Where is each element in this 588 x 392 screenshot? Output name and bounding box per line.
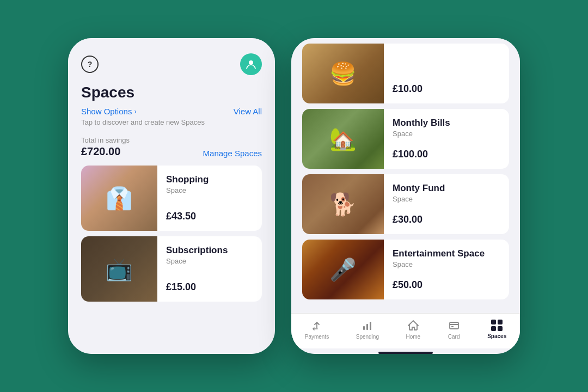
monty-fund-name: Monty Fund: [393, 183, 445, 194]
show-options-button[interactable]: Show Options ›: [81, 107, 137, 116]
nav-card-label: Card: [448, 334, 460, 340]
space-card-entertainment[interactable]: Entertainment Space Space £50.00: [302, 240, 509, 299]
subtitle-text: Tap to discover and create new Spaces: [81, 118, 262, 126]
entertainment-info: Entertainment Space Space £50.00: [384, 240, 493, 299]
concert-image: [302, 240, 384, 299]
subscriptions-type: Space: [166, 257, 228, 265]
shopping-name: Shopping: [166, 174, 209, 185]
nav-spaces-label: Spaces: [487, 333, 506, 339]
bottom-nav: Payments Spending Home: [291, 313, 520, 348]
dog-image: [302, 174, 384, 234]
header-icons: ?: [81, 53, 262, 75]
shopping-image: [81, 166, 157, 231]
space-card-monthly-bills[interactable]: Monthly Bills Space £100.00: [302, 109, 509, 169]
monty-fund-type: Space: [393, 195, 445, 203]
monty-fund-info: Monty Fund Space £30.00: [384, 174, 454, 234]
food-info: £10.00: [384, 44, 431, 103]
phones-container: ? Spaces Show Options › View All Tap to …: [68, 38, 520, 354]
nav-spending[interactable]: Spending: [356, 319, 379, 340]
space-card-food[interactable]: £10.00: [302, 44, 509, 103]
show-options-row: Show Options › View All: [81, 107, 262, 116]
shopping-type: Space: [166, 186, 209, 194]
subscriptions-amount: £15.00: [166, 281, 228, 293]
nav-payments-label: Payments: [305, 334, 329, 340]
page-title: Spaces: [81, 84, 262, 101]
space-card-monty-fund[interactable]: Monty Fund Space £30.00: [302, 174, 509, 234]
house-image: [302, 109, 384, 169]
nav-spending-label: Spending: [356, 334, 379, 340]
monthly-bills-amount: £100.00: [393, 149, 450, 160]
right-scroll-area: £10.00 Monthly Bills Space £100.00: [291, 38, 520, 313]
person-icon: [245, 58, 257, 70]
spending-icon: [361, 319, 374, 332]
manage-spaces-button[interactable]: Manage Spaces: [203, 149, 262, 158]
svg-rect-6: [451, 326, 454, 327]
nav-card[interactable]: Card: [448, 319, 461, 340]
scroll-indicator: [378, 352, 433, 354]
svg-rect-2: [366, 324, 368, 330]
help-icon[interactable]: ?: [81, 56, 99, 73]
entertainment-type: Space: [393, 260, 485, 268]
shopping-info: Shopping Space £43.50: [157, 166, 217, 231]
svg-rect-4: [450, 322, 458, 329]
card-icon: [448, 319, 461, 332]
nav-home-label: Home: [406, 334, 420, 340]
nav-home[interactable]: Home: [406, 319, 420, 340]
savings-row: Total in savings £720.00 Manage Spaces: [81, 136, 262, 158]
svg-rect-1: [363, 326, 365, 330]
monthly-bills-info: Monthly Bills Space £100.00: [384, 109, 459, 169]
entertainment-amount: £50.00: [393, 279, 485, 291]
food-image: [302, 44, 384, 103]
monthly-bills-name: Monthly Bills: [393, 118, 450, 128]
savings-label: Total in savings: [81, 136, 130, 144]
svg-point-0: [249, 60, 253, 65]
shopping-amount: £43.50: [166, 211, 209, 222]
space-card-shopping[interactable]: Shopping Space £43.50: [81, 166, 262, 231]
avatar-icon[interactable]: [240, 53, 262, 75]
savings-amount: £720.00: [81, 145, 130, 158]
right-phone: £10.00 Monthly Bills Space £100.00: [291, 38, 520, 354]
payments-icon: [310, 319, 323, 332]
subscriptions-image: [81, 236, 157, 302]
monty-fund-amount: £30.00: [393, 214, 445, 225]
entertainment-name: Entertainment Space: [393, 248, 485, 259]
space-card-subscriptions[interactable]: Subscriptions Space £15.00: [81, 236, 262, 302]
subscriptions-info: Subscriptions Space £15.00: [157, 236, 236, 302]
chevron-icon: ›: [134, 107, 136, 115]
nav-payments[interactable]: Payments: [305, 319, 329, 340]
home-icon: [407, 319, 420, 332]
nav-spaces[interactable]: Spaces: [487, 320, 506, 339]
svg-rect-3: [370, 322, 371, 330]
left-phone: ? Spaces Show Options › View All Tap to …: [68, 38, 275, 354]
monthly-bills-type: Space: [393, 130, 450, 138]
view-all-button[interactable]: View All: [234, 107, 262, 116]
spaces-icon: [491, 320, 503, 332]
food-amount: £10.00: [393, 83, 422, 95]
subscriptions-name: Subscriptions: [166, 245, 228, 256]
